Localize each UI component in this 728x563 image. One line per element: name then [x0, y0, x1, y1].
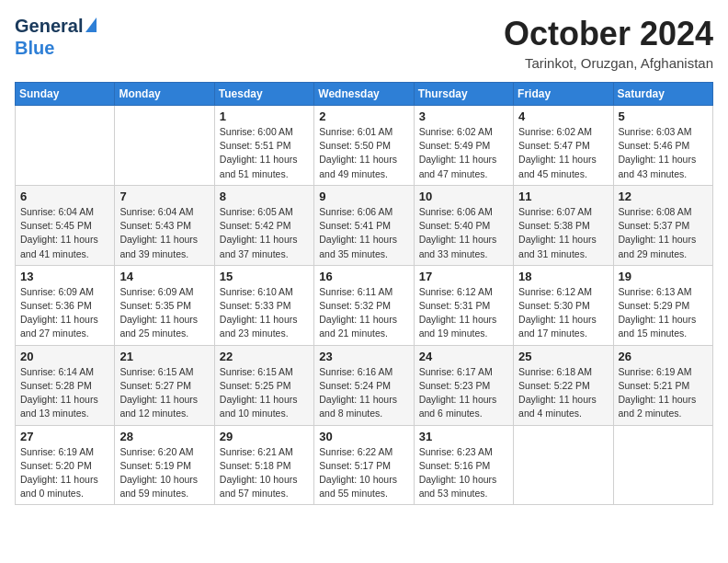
day-detail: Sunrise: 6:12 AM Sunset: 5:30 PM Dayligh…: [518, 285, 608, 341]
calendar-cell: 26Sunrise: 6:19 AM Sunset: 5:21 PM Dayli…: [613, 345, 712, 425]
calendar-cell: 31Sunrise: 6:23 AM Sunset: 5:16 PM Dayli…: [414, 425, 513, 505]
day-number: 27: [20, 430, 109, 443]
calendar-cell: [115, 106, 214, 186]
calendar-cell: 10Sunrise: 6:06 AM Sunset: 5:40 PM Dayli…: [414, 185, 513, 265]
day-number: 20: [20, 350, 109, 363]
day-number: 30: [319, 430, 408, 443]
calendar-cell: 9Sunrise: 6:06 AM Sunset: 5:41 PM Daylig…: [314, 185, 414, 265]
calendar-cell: 19Sunrise: 6:13 AM Sunset: 5:29 PM Dayli…: [613, 265, 712, 345]
day-number: 21: [119, 350, 209, 363]
day-detail: Sunrise: 6:03 AM Sunset: 5:46 PM Dayligh…: [619, 125, 708, 181]
calendar-cell: 14Sunrise: 6:09 AM Sunset: 5:35 PM Dayli…: [115, 265, 214, 345]
day-number: 18: [518, 270, 608, 283]
day-number: 7: [119, 190, 209, 203]
calendar-cell: 20Sunrise: 6:14 AM Sunset: 5:28 PM Dayli…: [16, 345, 115, 425]
day-detail: Sunrise: 6:06 AM Sunset: 5:40 PM Dayligh…: [419, 205, 508, 261]
logo-blue-text: Blue: [15, 37, 54, 59]
day-number: 29: [220, 430, 309, 443]
day-number: 14: [119, 270, 209, 283]
day-number: 9: [319, 190, 408, 203]
calendar-week-row: 1Sunrise: 6:00 AM Sunset: 5:51 PM Daylig…: [16, 106, 713, 186]
weekday-header-monday: Monday: [115, 83, 214, 106]
day-number: 16: [319, 270, 408, 283]
day-number: 1: [220, 109, 309, 123]
calendar-body: 1Sunrise: 6:00 AM Sunset: 5:51 PM Daylig…: [16, 106, 713, 505]
weekday-header-sunday: Sunday: [16, 83, 115, 106]
day-detail: Sunrise: 6:18 AM Sunset: 5:22 PM Dayligh…: [518, 365, 608, 421]
calendar-cell: 4Sunrise: 6:02 AM Sunset: 5:47 PM Daylig…: [514, 106, 613, 186]
day-detail: Sunrise: 6:01 AM Sunset: 5:50 PM Dayligh…: [319, 125, 408, 181]
day-detail: Sunrise: 6:05 AM Sunset: 5:42 PM Dayligh…: [220, 205, 309, 261]
calendar-cell: 12Sunrise: 6:08 AM Sunset: 5:37 PM Dayli…: [613, 185, 712, 265]
logo-arrow-icon: [85, 17, 97, 32]
location-text: Tarinkot, Oruzgan, Afghanistan: [504, 55, 713, 71]
calendar-cell: [613, 425, 712, 505]
weekday-header-friday: Friday: [514, 83, 613, 106]
calendar-cell: 1Sunrise: 6:00 AM Sunset: 5:51 PM Daylig…: [214, 106, 313, 186]
day-number: 6: [20, 190, 109, 203]
day-number: 28: [119, 430, 209, 443]
weekday-header-wednesday: Wednesday: [314, 83, 414, 106]
calendar-cell: 15Sunrise: 6:10 AM Sunset: 5:33 PM Dayli…: [214, 265, 313, 345]
calendar-table: SundayMondayTuesdayWednesdayThursdayFrid…: [15, 82, 713, 505]
calendar-cell: 23Sunrise: 6:16 AM Sunset: 5:24 PM Dayli…: [314, 345, 414, 425]
day-number: 23: [319, 350, 408, 363]
weekday-header-row: SundayMondayTuesdayWednesdayThursdayFrid…: [16, 83, 713, 106]
title-block: October 2024 Tarinkot, Oruzgan, Afghanis…: [504, 15, 713, 71]
calendar-cell: 28Sunrise: 6:20 AM Sunset: 5:19 PM Dayli…: [115, 425, 214, 505]
calendar-week-row: 13Sunrise: 6:09 AM Sunset: 5:36 PM Dayli…: [16, 265, 713, 345]
day-detail: Sunrise: 6:02 AM Sunset: 5:47 PM Dayligh…: [518, 125, 608, 181]
day-number: 2: [319, 109, 408, 123]
calendar-cell: 16Sunrise: 6:11 AM Sunset: 5:32 PM Dayli…: [314, 265, 414, 345]
calendar-cell: 30Sunrise: 6:22 AM Sunset: 5:17 PM Dayli…: [314, 425, 414, 505]
day-detail: Sunrise: 6:19 AM Sunset: 5:21 PM Dayligh…: [619, 365, 708, 421]
day-detail: Sunrise: 6:23 AM Sunset: 5:16 PM Dayligh…: [419, 445, 508, 501]
day-detail: Sunrise: 6:17 AM Sunset: 5:23 PM Dayligh…: [419, 365, 508, 421]
calendar-cell: 7Sunrise: 6:04 AM Sunset: 5:43 PM Daylig…: [115, 185, 214, 265]
calendar-cell: 22Sunrise: 6:15 AM Sunset: 5:25 PM Dayli…: [214, 345, 313, 425]
weekday-header-thursday: Thursday: [414, 83, 513, 106]
day-number: 11: [518, 190, 608, 203]
day-detail: Sunrise: 6:04 AM Sunset: 5:43 PM Dayligh…: [119, 205, 209, 261]
month-title: October 2024: [504, 15, 713, 53]
day-detail: Sunrise: 6:09 AM Sunset: 5:36 PM Dayligh…: [20, 285, 109, 341]
calendar-cell: 13Sunrise: 6:09 AM Sunset: 5:36 PM Dayli…: [16, 265, 115, 345]
calendar-cell: 6Sunrise: 6:04 AM Sunset: 5:45 PM Daylig…: [16, 185, 115, 265]
calendar-cell: 8Sunrise: 6:05 AM Sunset: 5:42 PM Daylig…: [214, 185, 313, 265]
day-detail: Sunrise: 6:07 AM Sunset: 5:38 PM Dayligh…: [518, 205, 608, 261]
page-header: General Blue October 2024 Tarinkot, Oruz…: [15, 15, 713, 71]
calendar-cell: 3Sunrise: 6:02 AM Sunset: 5:49 PM Daylig…: [414, 106, 513, 186]
day-detail: Sunrise: 6:08 AM Sunset: 5:37 PM Dayligh…: [619, 205, 708, 261]
day-detail: Sunrise: 6:02 AM Sunset: 5:49 PM Dayligh…: [419, 125, 508, 181]
day-detail: Sunrise: 6:22 AM Sunset: 5:17 PM Dayligh…: [319, 445, 408, 501]
calendar-cell: 21Sunrise: 6:15 AM Sunset: 5:27 PM Dayli…: [115, 345, 214, 425]
calendar-cell: 29Sunrise: 6:21 AM Sunset: 5:18 PM Dayli…: [214, 425, 313, 505]
day-number: 8: [220, 190, 309, 203]
day-detail: Sunrise: 6:21 AM Sunset: 5:18 PM Dayligh…: [220, 445, 309, 501]
day-number: 25: [518, 350, 608, 363]
day-detail: Sunrise: 6:15 AM Sunset: 5:25 PM Dayligh…: [220, 365, 309, 421]
day-detail: Sunrise: 6:10 AM Sunset: 5:33 PM Dayligh…: [220, 285, 309, 341]
day-detail: Sunrise: 6:12 AM Sunset: 5:31 PM Dayligh…: [419, 285, 508, 341]
day-number: 24: [419, 350, 508, 363]
day-detail: Sunrise: 6:13 AM Sunset: 5:29 PM Dayligh…: [619, 285, 708, 341]
day-detail: Sunrise: 6:00 AM Sunset: 5:51 PM Dayligh…: [220, 125, 309, 181]
calendar-cell: 25Sunrise: 6:18 AM Sunset: 5:22 PM Dayli…: [514, 345, 613, 425]
weekday-header-saturday: Saturday: [613, 83, 712, 106]
day-number: 15: [220, 270, 309, 283]
day-detail: Sunrise: 6:16 AM Sunset: 5:24 PM Dayligh…: [319, 365, 408, 421]
day-number: 4: [518, 109, 608, 123]
calendar-cell: 27Sunrise: 6:19 AM Sunset: 5:20 PM Dayli…: [16, 425, 115, 505]
calendar-cell: 24Sunrise: 6:17 AM Sunset: 5:23 PM Dayli…: [414, 345, 513, 425]
day-number: 22: [220, 350, 309, 363]
day-detail: Sunrise: 6:11 AM Sunset: 5:32 PM Dayligh…: [319, 285, 408, 341]
day-detail: Sunrise: 6:15 AM Sunset: 5:27 PM Dayligh…: [119, 365, 209, 421]
calendar-week-row: 6Sunrise: 6:04 AM Sunset: 5:45 PM Daylig…: [16, 185, 713, 265]
day-number: 19: [619, 270, 708, 283]
calendar-cell: 2Sunrise: 6:01 AM Sunset: 5:50 PM Daylig…: [314, 106, 414, 186]
day-detail: Sunrise: 6:14 AM Sunset: 5:28 PM Dayligh…: [20, 365, 109, 421]
logo: General Blue: [15, 15, 97, 59]
day-detail: Sunrise: 6:19 AM Sunset: 5:20 PM Dayligh…: [20, 445, 109, 501]
day-number: 10: [419, 190, 508, 203]
calendar-week-row: 27Sunrise: 6:19 AM Sunset: 5:20 PM Dayli…: [16, 425, 713, 505]
